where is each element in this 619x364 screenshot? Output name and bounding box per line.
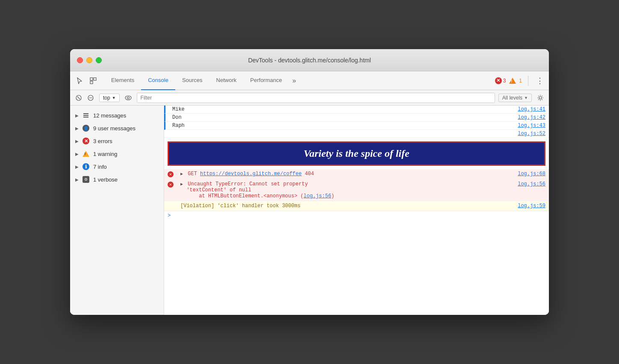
chevron-down-icon: ▼ — [112, 96, 116, 100]
svg-point-8 — [127, 97, 129, 99]
expand-arrow-icon: ▶ — [75, 139, 79, 144]
titlebar: DevTools - devtools.glitch.me/console/lo… — [70, 49, 549, 71]
error-circle-icon: ✕ — [168, 182, 174, 188]
sidebar-item-info[interactable]: ▶ ℹ 7 info — [70, 160, 164, 173]
messages-icon — [82, 112, 90, 119]
table-row: Don log.js:42 — [164, 114, 549, 122]
error-badge: ✕ 3 — [495, 77, 506, 84]
toolbar-icons — [74, 75, 99, 87]
expand-arrow-icon: ▶ — [75, 152, 79, 156]
log-link[interactable]: log.js:68 — [518, 171, 545, 177]
warning-icon — [82, 150, 90, 158]
fancy-output-box: Variety is the spice of life — [168, 141, 545, 166]
log-link[interactable]: log.js:43 — [518, 123, 545, 129]
user-icon: 👤 — [82, 124, 90, 132]
log-link[interactable]: log.js:59 — [518, 203, 545, 209]
error-icon: ✕ — [82, 137, 90, 145]
log-link[interactable]: log.js:42 — [518, 114, 545, 120]
tab-console[interactable]: Console — [141, 71, 175, 90]
window-title: DevTools - devtools.glitch.me/console/lo… — [248, 57, 371, 64]
coffee-link[interactable]: https://devtools.glitch.me/coffee — [200, 171, 302, 177]
svg-point-7 — [125, 96, 131, 100]
log-link[interactable]: log.js:56 — [518, 181, 545, 187]
svg-rect-2 — [90, 81, 93, 84]
svg-line-4 — [77, 97, 80, 99]
eye-icon[interactable] — [123, 93, 133, 103]
console-left-icons — [74, 93, 96, 103]
expand-arrow-icon[interactable]: ▶ — [180, 172, 183, 176]
verbose-icon: ⚙ — [82, 176, 90, 183]
expand-arrow-icon: ▶ — [75, 164, 79, 169]
warning-triangle-icon — [509, 78, 516, 84]
warning-badge: 1 — [509, 78, 522, 84]
more-options-button[interactable]: ⋮ — [534, 76, 545, 85]
sidebar-item-verbose[interactable]: ▶ ⚙ 1 verbose — [70, 173, 164, 186]
context-selector[interactable]: top ▼ — [99, 94, 120, 102]
close-button[interactable] — [77, 57, 83, 63]
error-circle-icon: ✕ — [495, 77, 502, 84]
log-link[interactable]: log.js:41 — [518, 106, 545, 112]
table-row: Mike log.js:41 — [164, 106, 549, 114]
minimize-button[interactable] — [86, 57, 92, 63]
table-row: log.js:52 — [164, 130, 549, 138]
divider — [528, 76, 528, 86]
tabs-container: Elements Console Sources Network Perform… — [104, 71, 495, 90]
info-icon: ℹ — [82, 163, 90, 170]
sidebar-item-warnings[interactable]: ▶ 1 warning — [70, 147, 164, 160]
levels-selector[interactable]: All levels ▼ — [498, 94, 532, 102]
svg-point-9 — [539, 97, 542, 99]
devtools-window: DevTools - devtools.glitch.me/console/lo… — [70, 49, 549, 315]
table-row: ✕ ▶ Uncaught TypeError: Cannot set prope… — [164, 179, 549, 201]
console-panel: Mike log.js:41 Don log.js:42 Raph log.js… — [164, 106, 549, 315]
clear-console-icon[interactable] — [74, 93, 84, 103]
sidebar-item-user-messages[interactable]: ▶ 👤 9 user messages — [70, 122, 164, 135]
inspect-icon[interactable] — [87, 75, 99, 87]
main-content: ▶ 12 messages ▶ 👤 9 user messages ▶ ✕ 3 … — [70, 106, 549, 315]
more-tabs-button[interactable]: » — [289, 77, 300, 85]
table-row: Raph log.js:43 — [164, 122, 549, 130]
chevron-down-icon: ▼ — [524, 96, 528, 100]
maximize-button[interactable] — [96, 57, 102, 63]
log-link-inline[interactable]: log.js:56 — [304, 193, 331, 199]
expand-arrow-icon: ▶ — [75, 177, 79, 182]
sidebar-item-messages[interactable]: ▶ 12 messages — [70, 109, 164, 122]
console-prompt[interactable]: > — [164, 211, 549, 220]
expand-arrow-icon[interactable]: ▶ — [180, 182, 183, 187]
cursor-icon[interactable] — [74, 75, 85, 87]
expand-arrow-icon: ▶ — [75, 126, 79, 131]
tab-bar: Elements Console Sources Network Perform… — [70, 71, 549, 90]
tab-performance[interactable]: Performance — [243, 71, 289, 90]
error-circle-icon: ✕ — [168, 171, 174, 177]
settings-icon[interactable] — [535, 93, 545, 103]
tab-network[interactable]: Network — [209, 71, 244, 90]
filter-input[interactable] — [137, 93, 495, 103]
expand-arrow-icon: ▶ — [75, 113, 79, 118]
svg-rect-0 — [90, 78, 93, 80]
table-row: ✕ ▶ GET https://devtools.glitch.me/coffe… — [164, 169, 549, 179]
console-bar: top ▼ All levels ▼ — [70, 90, 549, 106]
tab-sources[interactable]: Sources — [175, 71, 209, 90]
table-row: [Violation] 'click' handler took 3000ms … — [164, 201, 549, 211]
sidebar: ▶ 12 messages ▶ 👤 9 user messages ▶ ✕ 3 … — [70, 106, 164, 315]
tab-elements[interactable]: Elements — [104, 71, 141, 90]
sidebar-item-errors[interactable]: ▶ ✕ 3 errors — [70, 135, 164, 147]
svg-rect-1 — [94, 78, 96, 80]
traffic-lights — [77, 57, 102, 63]
block-icon[interactable] — [85, 93, 96, 103]
toolbar-right: ✕ 3 1 ⋮ — [495, 76, 545, 86]
log-link[interactable]: log.js:52 — [518, 131, 545, 137]
